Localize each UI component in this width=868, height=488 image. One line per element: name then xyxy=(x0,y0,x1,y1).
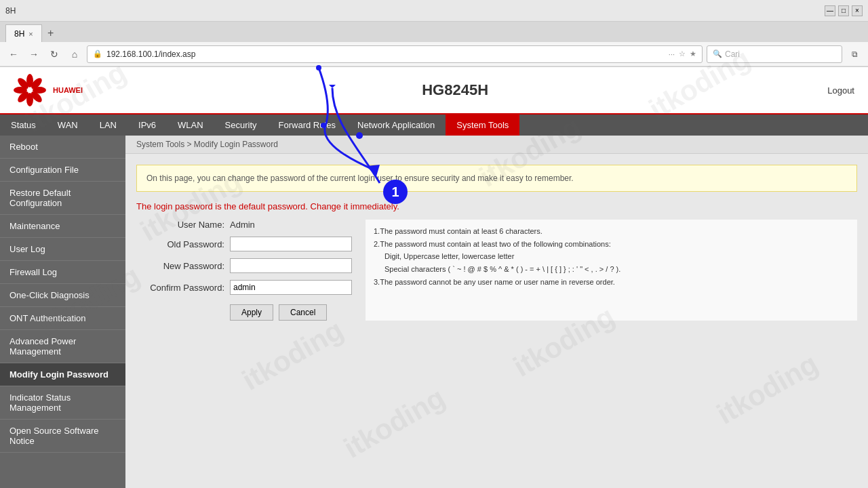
rule-3: 3.The password cannot be any user name o… xyxy=(374,276,849,289)
search-icon: 🔍 xyxy=(713,49,722,58)
confirm-password-row: Confirm Password: xyxy=(136,280,352,295)
breadcrumb: System Tools > Modify Login Password xyxy=(125,136,868,154)
huawei-logo: HUAWEI xyxy=(14,74,83,106)
content-inner: On this page, you can change the passwor… xyxy=(125,154,868,331)
sidebar-item-modify-login-password[interactable]: Modify Login Password xyxy=(0,363,125,386)
sidebar-item-advanced-power[interactable]: Advanced Power Management xyxy=(0,330,125,363)
sidebar-item-configuration-file[interactable]: Configuration File xyxy=(0,159,125,182)
confirm-password-input[interactable] xyxy=(230,280,352,295)
old-password-input[interactable] xyxy=(230,237,352,251)
nav-ipv6[interactable]: IPv6 xyxy=(127,115,167,136)
nav-forward-rules[interactable]: Forward Rules xyxy=(268,115,347,136)
sidebar-item-open-source[interactable]: Open Source Software Notice xyxy=(0,420,125,453)
tab-bar: 8H × + xyxy=(0,22,868,42)
sidebar-item-ont-authentication[interactable]: ONT Authentication xyxy=(0,307,125,330)
close-btn[interactable]: × xyxy=(852,5,863,16)
sidebar: Reboot Configuration File Restore Defaul… xyxy=(0,136,125,488)
form-left: User Name: Admin Old Password: New Passw… xyxy=(136,220,352,321)
home-btn[interactable]: ⌂ xyxy=(66,46,83,62)
router-wrapper: HUAWEI HG8245H Logout Status WAN LAN IPv… xyxy=(0,67,868,488)
warning-label: The login password is the default passwo… xyxy=(136,201,399,211)
confirm-password-label: Confirm Password: xyxy=(136,283,224,293)
model-name: HG8245H xyxy=(422,81,488,99)
apply-button[interactable]: Apply xyxy=(230,304,273,321)
warning-text: The login password is the default passwo… xyxy=(136,201,857,211)
old-password-row: Old Password: xyxy=(136,237,352,251)
minimize-btn[interactable]: — xyxy=(825,5,835,16)
sidebar-item-reboot[interactable]: Reboot xyxy=(0,136,125,159)
nav-lan[interactable]: LAN xyxy=(89,115,127,136)
main-content: System Tools > Modify Login Password On … xyxy=(125,136,868,488)
tab-title: 8H xyxy=(14,29,24,39)
brand-name: HUAWEI xyxy=(53,86,83,94)
nav-bar: ← → ↻ ⌂ 🔒 192.168.100.1/index.asp ··· ☆ … xyxy=(0,42,868,66)
username-value: Admin xyxy=(230,220,255,230)
nav-security[interactable]: Security xyxy=(214,115,268,136)
new-password-input[interactable] xyxy=(230,258,352,273)
info-box: On this page, you can change the passwor… xyxy=(136,165,857,192)
rule-2: 2.The password must contain at least two… xyxy=(374,238,849,251)
sidebar-item-one-click-diagnosis[interactable]: One-Click Diagnosis xyxy=(0,284,125,307)
browser-tab[interactable]: 8H × xyxy=(5,24,42,42)
huawei-logo-icon xyxy=(14,74,46,106)
search-placeholder: Cari xyxy=(725,49,740,59)
new-password-label: New Password: xyxy=(136,261,224,271)
nav-network-application[interactable]: Network Application xyxy=(347,115,446,136)
bookmark-icon: ★ xyxy=(690,49,696,58)
nav-menu: Status WAN LAN IPv6 WLAN Security Forwar… xyxy=(0,115,868,136)
new-tab-btn[interactable]: + xyxy=(42,24,60,42)
content-area: Reboot Configuration File Restore Defaul… xyxy=(0,136,868,488)
title-bar: 8H — □ × xyxy=(0,0,868,22)
nav-wlan[interactable]: WLAN xyxy=(167,115,214,136)
info-text: On this page, you can change the passwor… xyxy=(146,174,574,183)
router-header: HUAWEI HG8245H Logout xyxy=(0,67,868,115)
nav-status[interactable]: Status xyxy=(0,115,47,136)
cancel-button[interactable]: Cancel xyxy=(279,304,327,321)
old-password-label: Old Password: xyxy=(136,239,224,249)
sidebar-icon[interactable]: ⧉ xyxy=(846,46,863,62)
sidebar-item-maintenance[interactable]: Maintenance xyxy=(0,215,125,238)
rule-1: 1.The password must contain at least 6 c… xyxy=(374,225,849,238)
new-password-row: New Password: xyxy=(136,258,352,273)
forward-btn[interactable]: → xyxy=(26,46,42,62)
sidebar-item-firewall-log[interactable]: Firewall Log xyxy=(0,261,125,284)
nav-wan[interactable]: WAN xyxy=(47,115,89,136)
rule-2b: Special characters ( ` ~ ! @ # $ % ^ & *… xyxy=(374,263,849,276)
window-controls: — □ × xyxy=(825,5,863,16)
reader-icon: ☆ xyxy=(679,49,686,58)
username-label: User Name: xyxy=(136,220,224,230)
maximize-btn[interactable]: □ xyxy=(838,5,849,16)
tab-close-btn[interactable]: × xyxy=(28,30,33,38)
sidebar-item-user-log[interactable]: User Log xyxy=(0,238,125,261)
address-text: 192.168.100.1/index.asp xyxy=(106,49,665,59)
search-bar[interactable]: 🔍 Cari xyxy=(707,45,842,63)
nav-system-tools[interactable]: System Tools xyxy=(446,115,519,136)
rule-2a: Digit, Uppercase letter, lowercase lette… xyxy=(374,250,849,263)
form-table: User Name: Admin Old Password: New Passw… xyxy=(136,220,857,321)
refresh-btn[interactable]: ↻ xyxy=(46,46,62,62)
window-title: 8H xyxy=(5,6,819,16)
sidebar-item-restore-default[interactable]: Restore Default Configuration xyxy=(0,182,125,215)
username-row: User Name: Admin xyxy=(136,220,352,230)
address-more-icon: ··· xyxy=(669,50,675,58)
logout-btn[interactable]: Logout xyxy=(827,85,854,96)
password-rules: 1.The password must contain at least 6 c… xyxy=(366,220,857,321)
back-btn[interactable]: ← xyxy=(5,46,22,62)
sidebar-item-indicator-status[interactable]: Indicator Status Management xyxy=(0,386,125,420)
address-bar[interactable]: 🔒 192.168.100.1/index.asp ··· ☆ ★ xyxy=(87,45,703,63)
form-actions: Apply Cancel xyxy=(136,304,352,321)
browser-chrome: 8H — □ × 8H × + ← → ↻ ⌂ 🔒 192.168.100.1/… xyxy=(0,0,868,67)
